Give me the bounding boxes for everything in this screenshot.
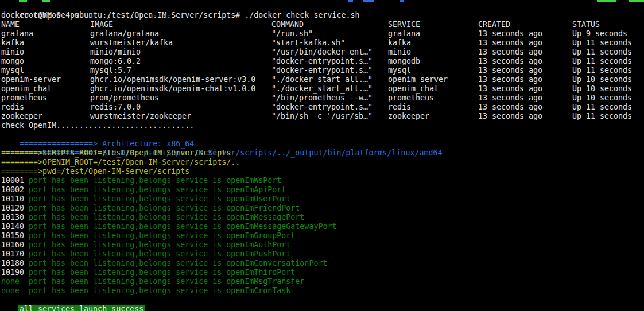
table-cell: 13 seconds ago	[478, 84, 542, 94]
port-status-message: port has been listening,belongs service …	[29, 213, 226, 221]
table-cell: "docker-entrypoint.s…"	[271, 66, 373, 75]
table-cell: "./docker_start_all.…"	[271, 75, 373, 84]
terminal-screen[interactable]: root@VM-0-4-ubuntu:/test/Open-IM-Server/…	[0, 0, 644, 311]
table-cell: prometheus	[388, 94, 434, 103]
table-cell: mysql:5.7	[90, 66, 131, 75]
port-status-message: port has been listening,belongs service …	[29, 268, 226, 277]
table-cell: mysql	[1, 66, 24, 75]
column-header: SERVICE	[388, 20, 420, 29]
port-number: 10150	[1, 231, 29, 240]
service-name: openImAuthPort	[226, 240, 290, 249]
table-cell: Up 11 seconds	[572, 57, 632, 66]
table-cell: redis	[1, 103, 24, 112]
table-cell: mysql	[388, 66, 411, 75]
table-cell: "docker-entrypoint.s…"	[271, 57, 373, 66]
column-header: COMMAND	[271, 20, 304, 29]
port-status-message: port has been listening,belongs service …	[29, 250, 226, 258]
table-cell: 13 seconds ago	[478, 66, 542, 75]
port-check-line: 10002 port has been listening,belongs se…	[1, 185, 286, 195]
service-name: openImPushPort	[226, 250, 290, 258]
port-status-message: port has been listening,belongs service …	[29, 222, 226, 231]
compose-status-line: docker-compose ps.......................…	[1, 11, 194, 20]
service-name: openImMsgTransfer	[226, 277, 304, 286]
table-cell: kafka	[1, 38, 24, 48]
port-status-message: port has been listening,belongs service …	[29, 259, 226, 267]
service-name: openImConversationPort	[226, 259, 327, 267]
table-cell: openim-server	[1, 75, 61, 84]
prompt-line: root@VM-0-4-ubuntu:/test/Open-IM-Server/…	[1, 2, 359, 11]
port-status-message: port has been listening,belongs service …	[29, 240, 226, 249]
table-cell: ghcr.io/openimsdk/openim-server:v3.0	[90, 75, 255, 84]
table-cell: 13 seconds ago	[478, 75, 542, 84]
table-cell: Up 11 seconds	[572, 66, 632, 75]
port-status-message: port has been listening,belongs service …	[29, 195, 226, 203]
table-cell: openim_server	[388, 75, 448, 84]
port-status-message: port has been listening,belongs service …	[29, 286, 226, 295]
table-cell: "./docker_start_all.…"	[271, 84, 373, 94]
table-cell: redis:7.0.0	[90, 103, 141, 112]
table-cell: wurstmeister/zookeeper	[90, 112, 191, 121]
bindir-line: ================> BIN_DIR: /test/Open-IM…	[1, 139, 443, 149]
table-cell: mongodb	[388, 57, 420, 66]
service-name: openImApiPort	[226, 185, 286, 194]
table-cell: Up 9 seconds	[572, 29, 627, 38]
table-cell: mongo:6.0.2	[90, 57, 141, 66]
table-cell: minio/minio	[90, 48, 141, 57]
service-name: openImFriendPort	[226, 204, 300, 212]
port-number: 10002	[1, 185, 29, 194]
port-check-line: 10180 port has been listening,belongs se…	[1, 259, 327, 268]
port-number: 10160	[1, 240, 29, 249]
table-cell: 13 seconds ago	[478, 103, 542, 112]
port-number: 10170	[1, 250, 29, 258]
port-number: 10120	[1, 204, 29, 212]
table-cell: "/run.sh"	[271, 29, 313, 38]
port-check-line: 10190 port has been listening,belongs se…	[1, 268, 295, 277]
port-check-line: none port has been listening,belongs ser…	[1, 277, 304, 286]
table-cell: zookeeper	[1, 112, 42, 121]
table-cell: grafana/grafana	[90, 29, 159, 38]
table-cell: Up 10 seconds	[572, 75, 632, 84]
port-check-line: 10140 port has been listening,belongs se…	[1, 222, 336, 231]
port-status-message: port has been listening,belongs service …	[29, 185, 226, 194]
table-cell: 13 seconds ago	[478, 57, 542, 66]
port-check-line: 10120 port has been listening,belongs se…	[1, 204, 300, 213]
port-check-line: 10001 port has been listening,belongs se…	[1, 176, 281, 185]
env-var-line: ========>pwd=/test/Open-IM-Server/script…	[1, 167, 189, 176]
table-cell: prometheus	[1, 94, 47, 103]
port-number: 10110	[1, 195, 29, 203]
cutoff-line-fragment	[597, 0, 616, 2]
port-check-line: none port has been listening,belongs ser…	[1, 286, 290, 296]
port-status-message: port has been listening,belongs service …	[29, 277, 226, 286]
check-openim-line: check OpenIM............................…	[1, 121, 194, 130]
table-cell: Up 11 seconds	[572, 48, 632, 57]
table-cell: 13 seconds ago	[478, 29, 542, 38]
column-header: CREATED	[478, 20, 510, 29]
table-cell: ghcr.io/openimsdk/openim-chat:v1.0.0	[90, 84, 255, 94]
port-status-message: port has been listening,belongs service …	[29, 176, 226, 185]
service-name: openImGroupPort	[226, 231, 295, 240]
service-name: openImWsPort	[226, 176, 281, 185]
table-cell: "/usr/bin/docker-ent…"	[271, 48, 373, 57]
port-check-line: 10150 port has been listening,belongs se…	[1, 231, 295, 240]
service-name: openImUserPort	[226, 195, 290, 203]
service-name: openImThirdPort	[226, 268, 295, 277]
env-var-line: ========>SCRIPTS_ROOT=/test/Open-IM-Serv…	[1, 149, 231, 158]
table-cell: prom/prometheus	[90, 94, 159, 103]
table-cell: kafka	[388, 38, 411, 48]
table-cell: openim_chat	[388, 84, 439, 94]
port-status-message: port has been listening,belongs service …	[29, 204, 226, 212]
port-check-line: 10170 port has been listening,belongs se…	[1, 250, 290, 259]
port-number: 10001	[1, 176, 29, 185]
port-check-line: 10110 port has been listening,belongs se…	[1, 195, 290, 204]
port-number: 10140	[1, 222, 29, 231]
column-header: IMAGE	[90, 20, 113, 29]
service-name: openImMessagePort	[226, 213, 304, 221]
port-number: 10190	[1, 268, 29, 277]
table-cell: Up 10 seconds	[572, 84, 632, 94]
port-number: 10130	[1, 213, 29, 221]
table-cell: "start-kafka.sh"	[271, 38, 345, 48]
table-cell: "docker-entrypoint.s…"	[271, 103, 373, 112]
table-cell: 13 seconds ago	[478, 38, 542, 48]
table-cell: Up 11 seconds	[572, 38, 632, 48]
env-var-line: ========>OPENIM_ROOT=/test/Open-IM-Serve…	[1, 158, 240, 167]
